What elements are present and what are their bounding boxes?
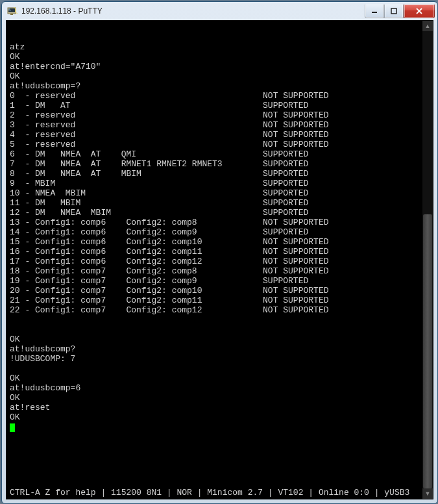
scroll-down-arrow-icon[interactable]: ▼ [422,488,433,499]
vertical-scrollbar[interactable]: ▲ ▼ [422,21,433,499]
scroll-up-arrow-icon[interactable]: ▲ [422,21,433,31]
terminal[interactable]: atz OK at!entercnd="A710" OK at!udusbcom… [6,21,422,499]
scroll-track[interactable] [422,31,433,488]
scroll-thumb[interactable] [423,214,432,488]
minimize-button[interactable] [365,5,384,18]
close-icon [415,8,423,14]
app-window: 192.168.1.118 - PuTTY atz OK at!entercnd… [1,1,438,504]
window-controls [365,5,435,18]
svg-rect-2 [10,14,13,15]
maximize-button[interactable] [384,5,404,18]
close-button[interactable] [404,5,435,18]
terminal-output: atz OK at!entercnd="A710" OK at!udusbcom… [10,42,420,422]
minicom-statusbar: CTRL-A Z for help | 115200 8N1 | NOR | M… [10,488,420,498]
client-area: atz OK at!entercnd="A710" OK at!udusbcom… [6,20,433,499]
window-title: 192.168.1.118 - PuTTY [21,6,365,16]
putty-icon [7,6,18,16]
maximize-icon [391,8,397,14]
cursor [10,423,15,432]
svg-rect-6 [391,8,396,14]
titlebar[interactable]: 192.168.1.118 - PuTTY [2,2,437,20]
minimize-icon [371,8,378,14]
